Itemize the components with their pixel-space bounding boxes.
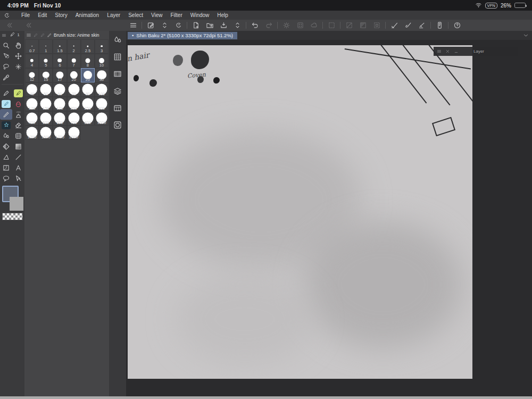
clip-studio-logo-icon[interactable] <box>0 12 14 19</box>
deselect-icon[interactable] <box>342 20 356 31</box>
tool-palette-menu-icon[interactable] <box>2 30 6 40</box>
zoom-tool[interactable] <box>0 40 12 51</box>
quick-access-icon[interactable] <box>144 20 157 31</box>
menu-select[interactable]: Select <box>128 12 143 18</box>
brush-size-6[interactable]: 6 <box>53 54 66 68</box>
lasso-tool[interactable] <box>0 61 12 72</box>
menu-edit[interactable]: Edit <box>38 12 47 18</box>
invert-selection-icon[interactable] <box>356 20 370 31</box>
tone-icon[interactable] <box>293 20 307 31</box>
figure-tool[interactable] <box>0 152 12 162</box>
brush-size-70[interactable]: 70 <box>67 82 81 97</box>
brush-size-2000[interactable]: 2000 <box>67 126 81 140</box>
brush-size-80[interactable]: 80 <box>81 82 95 97</box>
layer-panel-close-icon[interactable] <box>445 49 450 54</box>
brush-size-20[interactable]: 20 <box>67 68 81 82</box>
brush-size-40[interactable]: 40 <box>25 82 39 97</box>
sync-cloud-icon[interactable] <box>307 20 321 31</box>
eraser-tool[interactable] <box>12 120 24 130</box>
brush-size-1500[interactable]: 1500 <box>39 126 53 140</box>
snap-special-ruler-icon[interactable] <box>401 20 415 31</box>
undo-icon[interactable] <box>248 20 262 31</box>
brush-size-30[interactable]: 30 <box>95 68 109 82</box>
document-tab[interactable]: • Shin Baku 2* (5100 x 3330px 72dpi 51.2… <box>128 32 237 39</box>
brush-size-200[interactable]: 200 <box>67 97 81 111</box>
brush-size-50[interactable]: 50 <box>39 82 53 97</box>
color-mix-palette-icon[interactable] <box>112 35 123 45</box>
brush-size-0.7[interactable]: 0.7 <box>25 39 39 54</box>
menu-layer[interactable]: Layer <box>107 12 120 18</box>
brush-size-1200[interactable]: 1200 <box>25 126 39 140</box>
brush-size-7[interactable]: 7 <box>67 54 81 68</box>
menu-story[interactable]: Story <box>55 12 67 18</box>
brush-size-400[interactable]: 400 <box>25 111 39 126</box>
brush-size-2[interactable]: 2 <box>67 39 81 54</box>
pen-tool[interactable] <box>12 88 24 98</box>
menu-file[interactable]: File <box>21 12 30 18</box>
main-menu-icon[interactable] <box>126 20 140 31</box>
menu-filter[interactable]: Filter <box>170 12 182 18</box>
active-brush-icon[interactable] <box>47 32 52 38</box>
brush-size-170[interactable]: 170 <box>53 97 66 111</box>
menu-help[interactable]: Help <box>217 12 228 18</box>
collapse-palette-left-icon[interactable] <box>2 20 16 31</box>
move-layer-tool[interactable] <box>12 51 24 61</box>
new-canvas-icon[interactable] <box>189 20 203 31</box>
marker-tool[interactable] <box>0 88 12 98</box>
eyedropper-tool[interactable] <box>0 72 12 82</box>
fill-tool[interactable] <box>0 141 12 152</box>
brush-size-150[interactable]: 150 <box>39 97 53 111</box>
brush-size-1[interactable]: 1 <box>39 39 53 54</box>
layer-panel-collapsed[interactable]: Layer <box>434 47 518 56</box>
canvas[interactable]: in hair Coven <box>128 45 472 379</box>
auto-select-tool[interactable] <box>12 61 24 72</box>
brush-size-1000[interactable]: 1000 <box>95 111 109 126</box>
companion-device-icon[interactable] <box>433 20 446 31</box>
brush-size-1.5[interactable]: 1.5 <box>53 39 66 54</box>
snap-ruler-icon[interactable] <box>387 20 401 31</box>
pastel-tool[interactable] <box>12 98 24 109</box>
brush-size-12[interactable]: 12 <box>25 68 39 82</box>
hand-tool[interactable] <box>12 40 24 51</box>
brush-size-8[interactable]: 8 <box>81 54 95 68</box>
layer-panel-menu-icon[interactable] <box>436 49 442 54</box>
timeline-palette-icon[interactable] <box>112 69 123 79</box>
selection-launcher-icon[interactable] <box>370 20 384 31</box>
brush-size-5[interactable]: 5 <box>39 54 53 68</box>
balloon-tool[interactable] <box>0 173 12 184</box>
toolbar-collapse-button[interactable] <box>522 31 530 39</box>
line-tool[interactable] <box>12 152 24 162</box>
brush-size-4[interactable]: 4 <box>25 54 39 68</box>
filter-icon[interactable] <box>279 20 293 31</box>
color-set-palette-icon[interactable] <box>112 52 123 62</box>
layer-palette-icon[interactable] <box>112 86 123 96</box>
brush-size-120[interactable]: 120 <box>25 97 39 111</box>
brush-size-100[interactable]: 100 <box>95 82 109 97</box>
blend-tool[interactable] <box>0 130 12 141</box>
menu-window[interactable]: Window <box>190 12 210 18</box>
frame-border-tool[interactable] <box>0 162 12 173</box>
brush-size-3[interactable]: 3 <box>95 39 109 54</box>
snap-grid-icon[interactable] <box>415 20 429 31</box>
collapse-palette-left-2-icon[interactable] <box>21 20 35 31</box>
object-tool[interactable] <box>0 51 12 61</box>
brush-size-10[interactable]: 10 <box>95 54 109 68</box>
menu-animation[interactable]: Animation <box>76 12 99 18</box>
navigator-palette-icon[interactable] <box>112 120 123 130</box>
brush-panel-menu-icon[interactable] <box>26 32 31 38</box>
brush-size-600[interactable]: 600 <box>53 111 66 126</box>
brush-size-700[interactable]: 700 <box>67 111 81 126</box>
open-file-icon[interactable] <box>203 20 217 31</box>
brush-preset-2-icon[interactable] <box>40 32 45 38</box>
menu-view[interactable]: View <box>151 12 163 18</box>
brush-size-15[interactable]: 15 <box>39 68 53 82</box>
brush-size-300[interactable]: 300 <box>95 97 109 111</box>
sub-color-swatch[interactable] <box>10 197 23 211</box>
transparent-color-swatch[interactable] <box>2 213 23 220</box>
highlighter-tool[interactable] <box>0 98 12 109</box>
save-icon[interactable] <box>217 20 230 31</box>
current-tool-indicator[interactable]: 1 <box>6 31 23 38</box>
gradient-tool[interactable] <box>12 141 24 152</box>
home-indicator[interactable] <box>0 396 532 399</box>
layer-panel-minimize-icon[interactable] <box>453 49 459 54</box>
